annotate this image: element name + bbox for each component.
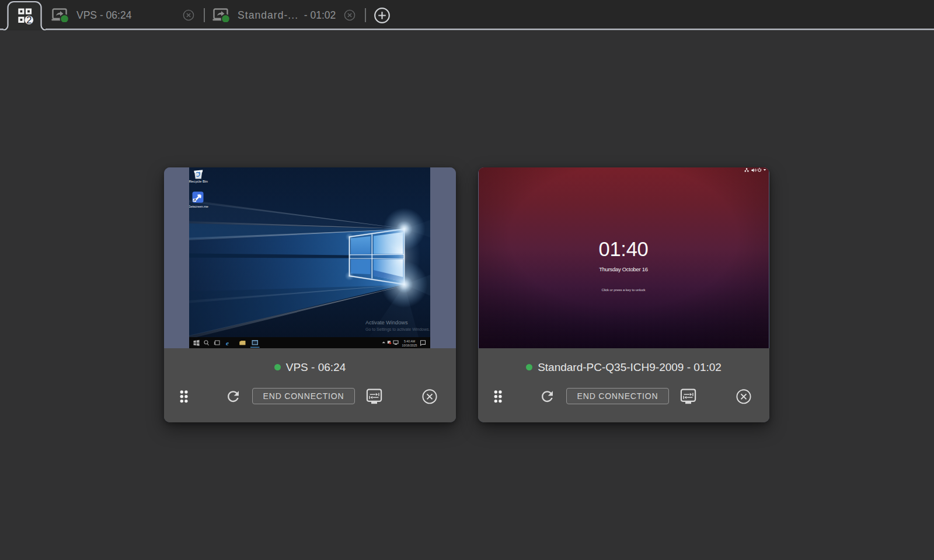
svg-text:Click or press a key to unlock: Click or press a key to unlock [601,288,646,292]
svg-text:01:40: 01:40 [599,238,649,260]
svg-text:2: 2 [26,15,32,25]
svg-text:Getscreen.me: Getscreen.me [189,205,208,208]
svg-text:Go to Settings to activate Win: Go to Settings to activate Windows. [365,327,430,332]
svg-text:e: e [226,340,229,346]
svg-text:5:40 AM: 5:40 AM [404,340,415,343]
svg-text:Thursday October 16: Thursday October 16 [599,266,648,272]
svg-text:Recycle Bin: Recycle Bin [189,179,208,183]
svg-text:10/16/2025: 10/16/2025 [402,344,417,347]
svg-text:Activate Windows: Activate Windows [365,320,408,326]
